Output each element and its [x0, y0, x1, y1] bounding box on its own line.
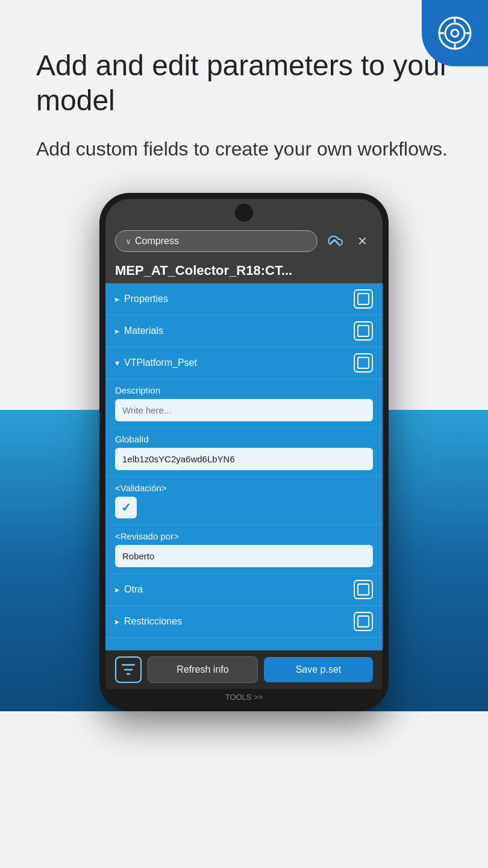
phone-wrapper: ∨ Compress ✕ [99, 193, 389, 711]
description-label: Description [115, 385, 373, 395]
filter-button[interactable] [115, 656, 142, 683]
globalid-input[interactable] [115, 448, 373, 470]
category-label-vtplatform: VTPlatform_Pset [124, 357, 354, 368]
globalid-label: GlobalId [115, 434, 373, 444]
category-icon-inner-rest [357, 615, 369, 627]
save-pset-button[interactable]: Save p.set [264, 657, 373, 682]
phone-notch [235, 204, 253, 222]
bullet-icon-restricciones: ▸ [115, 617, 119, 626]
bullet-icon-properties: ▸ [115, 294, 119, 304]
revisado-field-section: <Revisado por> [105, 525, 383, 574]
validacion-checkbox[interactable]: ✓ [115, 497, 137, 518]
tools-bar: TOOLS >> [105, 689, 383, 705]
save-label: Save p.set [296, 664, 342, 675]
category-row-properties[interactable]: ▸ Properties [105, 283, 383, 315]
globalid-field-section: GlobalId [105, 428, 383, 477]
description-field-section: Description [105, 379, 383, 428]
category-row-materials[interactable]: ▸ Materials [105, 315, 383, 347]
category-toggle-restricciones[interactable] [354, 612, 373, 631]
close-button[interactable]: ✕ [351, 230, 373, 252]
sub-title: Add custom fields to create your own wor… [36, 136, 452, 163]
category-toggle-properties[interactable] [354, 289, 373, 309]
refresh-label: Refresh info [177, 664, 228, 675]
chevron-down-icon: ∨ [125, 236, 131, 246]
validacion-label: <Validación> [115, 483, 373, 493]
revisado-label: <Revisado por> [115, 531, 373, 541]
tools-label: TOOLS [225, 693, 252, 702]
validacion-field-section: <Validación> ✓ [105, 477, 383, 525]
category-toggle-vtplatform[interactable] [354, 353, 373, 373]
category-label-otra: Otra [124, 584, 354, 595]
cloud-upload-button[interactable] [322, 229, 346, 253]
bullet-icon-materials: ▸ [115, 326, 119, 336]
category-icon-inner [357, 293, 369, 305]
top-accent [422, 0, 488, 66]
close-icon: ✕ [357, 234, 368, 248]
bullet-icon-vtplatform: ▾ [115, 358, 119, 368]
bullet-icon-otra: ▸ [115, 585, 119, 594]
category-toggle-materials[interactable] [354, 321, 373, 341]
category-label-restricciones: Restricciones [124, 616, 354, 627]
model-name-bar: MEP_AT_Colector_R18:CT... [105, 259, 383, 283]
model-name: MEP_AT_Colector_R18:CT... [115, 263, 292, 278]
main-title: Add and edit parameters to your model [36, 48, 452, 118]
compress-button[interactable]: ∨ Compress [115, 230, 318, 252]
phone-container: ∨ Compress ✕ [0, 181, 488, 711]
compress-label: Compress [135, 236, 179, 247]
category-row-otra[interactable]: ▸ Otra [105, 574, 383, 606]
svg-point-1 [445, 24, 465, 43]
screen-content: ∨ Compress ✕ [105, 199, 383, 705]
description-input[interactable] [115, 399, 373, 421]
app-bottom-bar: Refresh info Save p.set [105, 650, 383, 689]
properties-area: ▸ Properties ▸ Materials [105, 283, 383, 650]
category-toggle-otra[interactable] [354, 580, 373, 599]
checkmark-icon: ✓ [121, 500, 131, 515]
category-label-properties: Properties [124, 294, 354, 304]
svg-point-2 [451, 30, 458, 37]
category-icon-inner-vtp [357, 357, 369, 369]
category-icon-inner-mat [357, 325, 369, 337]
logo-icon [436, 14, 474, 52]
category-icon-inner-otra [357, 583, 369, 596]
phone-shell: ∨ Compress ✕ [99, 193, 389, 711]
category-row-restricciones[interactable]: ▸ Restricciones [105, 606, 383, 638]
header-section: Add and edit parameters to your model Ad… [0, 0, 488, 181]
revisado-input[interactable] [115, 545, 373, 567]
phone-screen: ∨ Compress ✕ [105, 199, 383, 705]
refresh-info-button[interactable]: Refresh info [148, 656, 258, 683]
category-row-vtplatform[interactable]: ▾ VTPlatform_Pset [105, 347, 383, 379]
category-label-materials: Materials [124, 326, 354, 336]
